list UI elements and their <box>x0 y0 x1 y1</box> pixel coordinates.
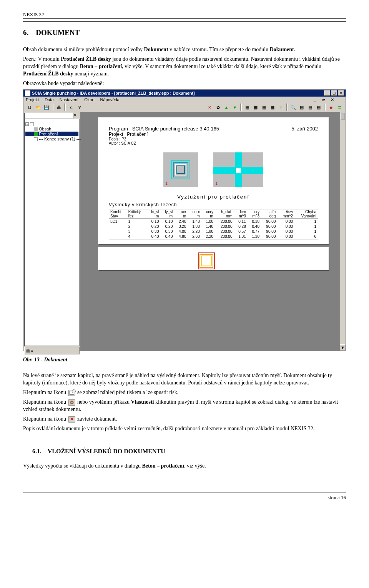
undo-button[interactable]: ⎌ <box>67 104 75 111</box>
axis-icon: ↥ <box>215 181 218 185</box>
props-button[interactable]: ✿ <box>214 104 222 111</box>
tool-icon[interactable]: ▤ <box>298 104 306 111</box>
tool-icon[interactable]: ▦ <box>243 104 251 111</box>
rule <box>23 18 346 19</box>
date-line: 5. září 2002 <box>291 126 318 132</box>
tool-icon[interactable]: ▦ <box>252 104 259 111</box>
reinforcement-title: Vyztužení pro protlačení <box>109 194 318 200</box>
tree-item-endpage[interactable]: --- Konec strany (1) --- <box>25 137 78 141</box>
toolbar: 🗋 📂 💾 🖶 ⎌ ? ✕ ✿ ▲ ▼ ▦ ▦ ▦ ▦ ! 🔍 ▤ ▤ ▤ ◆ … <box>23 103 346 112</box>
new-button[interactable]: 🗋 <box>26 104 33 111</box>
diagrams-row: ↥ ↥ <box>109 152 318 187</box>
paragraph: Obsah dokumentu si můžete prohlédnout po… <box>23 46 346 53</box>
save-button[interactable]: 💾 <box>43 104 50 111</box>
window-titlebar[interactable]: SCIA Single punching - IDA developers - … <box>23 90 346 97</box>
nav-up-button[interactable]: ▲ <box>223 104 230 111</box>
popis-line: Popis : P3 <box>109 137 318 141</box>
page-footer: strana 16 <box>23 493 346 501</box>
tool-icon[interactable]: ▤ <box>315 104 322 111</box>
mdi-close[interactable]: ✕ <box>331 97 334 102</box>
mdi-minimize[interactable]: _ <box>314 97 316 102</box>
separator <box>240 104 242 111</box>
nav-down-button[interactable]: ▼ <box>231 104 239 111</box>
close-button[interactable]: ✕ <box>338 90 344 96</box>
menu-projekt[interactable]: Projekt <box>26 97 39 102</box>
rule <box>23 21 346 22</box>
scroll-thumb[interactable] <box>341 113 345 120</box>
results-table: KombiStavKritickýřezlx_slmly_slmucrmucrx… <box>109 209 318 239</box>
paragraph: Výsledky výpočtu se vkládají do dokument… <box>23 463 346 470</box>
minimize-button[interactable]: _ <box>324 90 330 96</box>
tool-icon[interactable]: ! <box>277 104 285 111</box>
menu-nastaveni[interactable]: Nastavení <box>60 97 79 102</box>
project-line: Projekt : Protlačení <box>109 132 318 137</box>
close-icon <box>68 416 75 423</box>
separator <box>52 104 53 111</box>
paragraph: Pozn.: V modulu Protlačení ŽLB desky jso… <box>23 56 346 78</box>
diagram-interior: ↥ <box>163 152 198 187</box>
close-doc-button[interactable]: ✕ <box>206 104 213 111</box>
tree-item-protlaceni[interactable]: Protlačení <box>25 132 78 136</box>
maximize-button[interactable]: ▢ <box>331 90 337 96</box>
tree-panel: ✕ - Obsah Protlačení --- Konec strany (1… <box>23 112 81 351</box>
diagram-edge: ↥ <box>213 152 263 187</box>
tree-bottom-button[interactable]: ▤ ≡ <box>24 347 80 354</box>
paragraph: Klepnutím na ikonu nebo vyvoláním příkaz… <box>23 399 346 413</box>
menu-data[interactable]: Data <box>45 97 53 102</box>
workspace: ✕ - Obsah Protlačení --- Konec strany (1… <box>23 112 346 351</box>
document-page: Program : SCIA Single punching release 3… <box>98 117 329 244</box>
paragraph: Na levé straně je seznam kapitol, na pra… <box>23 372 346 387</box>
tool-icon[interactable]: ≣ <box>336 104 343 111</box>
paragraph: Popis ovládání dokumentu je v tomto přík… <box>23 425 346 433</box>
program-line: Program : SCIA Single punching release 3… <box>109 126 219 132</box>
section-title: DOKUMENT <box>36 28 80 37</box>
figure-caption: Obr. 13 - Dokument <box>23 356 346 364</box>
help-button[interactable]: ? <box>76 104 83 111</box>
separator <box>286 104 288 111</box>
open-button[interactable]: 📂 <box>34 104 42 111</box>
tool-icon[interactable]: ◆ <box>327 104 335 111</box>
autor-line: Autor : SCIA CZ <box>109 141 318 145</box>
app-screenshot: SCIA Single punching - IDA developers - … <box>23 89 346 351</box>
paragraph: Obrazovka bude vypadat následovně: <box>23 80 346 87</box>
print-button[interactable]: 🖶 <box>55 104 63 111</box>
paragraph: Klepnutím na ikonu zavřete dokument. <box>23 416 346 423</box>
document-page-2 <box>98 247 329 270</box>
preview-icon <box>68 390 75 396</box>
menu-napoveda[interactable]: Nápověda <box>100 97 120 102</box>
chapter-tree[interactable]: - Obsah Protlačení --- Konec strany (1) … <box>24 119 80 346</box>
tool-icon[interactable]: ▦ <box>260 104 268 111</box>
results-title: Výsledky v kritických řezech <box>109 202 318 207</box>
menubar[interactable]: Projekt Data Nastavení Okno Nápověda _ ▱… <box>23 97 346 103</box>
paragraph: Klepnutím na ikonu se zobrazí náhled pře… <box>23 389 346 396</box>
window-title: SCIA Single punching - IDA developers - … <box>32 91 323 95</box>
vertical-scrollbar[interactable]: ▼ <box>339 112 346 351</box>
separator <box>64 104 66 111</box>
preview-button[interactable]: 🔍 <box>289 104 297 111</box>
axis-icon: ↥ <box>165 181 168 185</box>
menu-okno[interactable]: Okno <box>84 97 94 102</box>
tool-icon[interactable]: ▤ <box>306 104 314 111</box>
tree-root[interactable]: - <box>25 121 78 126</box>
scroll-down-arrow[interactable]: ▼ <box>340 344 346 351</box>
subsection-title: VLOŽENÍ VÝSLEDKŮ DO DOKUMENTU <box>48 448 165 454</box>
section-heading: 6. DOKUMENT <box>23 28 346 37</box>
separator <box>324 104 326 111</box>
subsection-number: 6.1. <box>32 448 42 454</box>
properties-icon <box>68 399 75 406</box>
app-icon <box>25 90 30 96</box>
mdi-restore[interactable]: ▱ <box>322 97 325 102</box>
tree-close-icon[interactable]: ✕ <box>73 113 80 119</box>
tool-icon[interactable]: ▦ <box>269 104 276 111</box>
subsection-heading: 6.1. VLOŽENÍ VÝSLEDKŮ DO DOKUMENTU <box>32 448 346 455</box>
section-number: 6. <box>23 28 28 37</box>
tree-item-obsah[interactable]: Obsah <box>25 127 78 131</box>
manual-header: NEXIS 32 <box>23 12 346 18</box>
document-preview[interactable]: Program : SCIA Single punching release 3… <box>81 112 346 351</box>
